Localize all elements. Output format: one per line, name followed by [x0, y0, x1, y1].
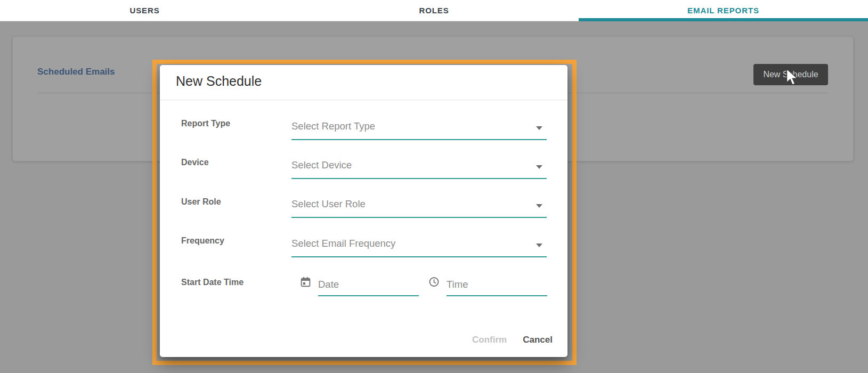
tab-roles[interactable]: ROLES: [289, 0, 579, 21]
calendar-icon: [300, 276, 311, 288]
chevron-down-icon: [536, 244, 542, 247]
confirm-button[interactable]: Confirm: [472, 335, 507, 345]
tab-roles-label: ROLES: [419, 6, 449, 15]
frequency-select[interactable]: Select Email Frequency: [291, 230, 547, 257]
report-type-label: Report Type: [181, 119, 230, 128]
frequency-placeholder: Select Email Frequency: [291, 238, 395, 249]
new-schedule-dialog: New Schedule Report Type Select Report T…: [160, 65, 567, 357]
cancel-button[interactable]: Cancel: [523, 335, 553, 345]
dialog-title: New Schedule: [176, 74, 262, 89]
device-select[interactable]: Select Device: [291, 151, 547, 179]
tab-users[interactable]: USERS: [0, 0, 289, 21]
active-tab-indicator: [579, 18, 868, 21]
tab-email-reports[interactable]: EMAIL REPORTS: [579, 0, 868, 21]
top-tab-bar: USERS ROLES EMAIL REPORTS: [0, 0, 868, 21]
report-type-placeholder: Select Report Type: [291, 120, 375, 132]
screen: USERS ROLES EMAIL REPORTS Scheduled Emai…: [0, 0, 868, 373]
user-role-label: User Role: [181, 197, 221, 207]
user-role-select[interactable]: Select User Role: [291, 190, 547, 218]
tab-email-reports-label: EMAIL REPORTS: [687, 6, 759, 15]
date-input[interactable]: Date: [318, 273, 419, 296]
chevron-down-icon: [536, 204, 542, 208]
new-schedule-button[interactable]: New Schedule: [753, 64, 828, 85]
dialog-header-divider: [160, 100, 567, 100]
date-placeholder: Date: [318, 279, 339, 290]
tab-users-label: USERS: [129, 6, 159, 15]
time-input[interactable]: Time: [447, 273, 547, 296]
dialog-footer: Confirm Cancel: [472, 335, 553, 345]
frequency-label: Frequency: [181, 236, 224, 246]
report-type-select[interactable]: Select Report Type: [291, 112, 547, 140]
device-placeholder: Select Device: [291, 159, 352, 171]
user-role-placeholder: Select User Role: [291, 198, 366, 210]
chevron-down-icon: [536, 126, 542, 130]
chevron-down-icon: [536, 165, 542, 169]
start-date-time-label: Start Date Time: [181, 278, 244, 287]
clock-icon: [428, 276, 440, 288]
time-placeholder: Time: [447, 279, 468, 290]
section-title: Scheduled Emails: [37, 67, 115, 77]
device-label: Device: [181, 158, 209, 167]
